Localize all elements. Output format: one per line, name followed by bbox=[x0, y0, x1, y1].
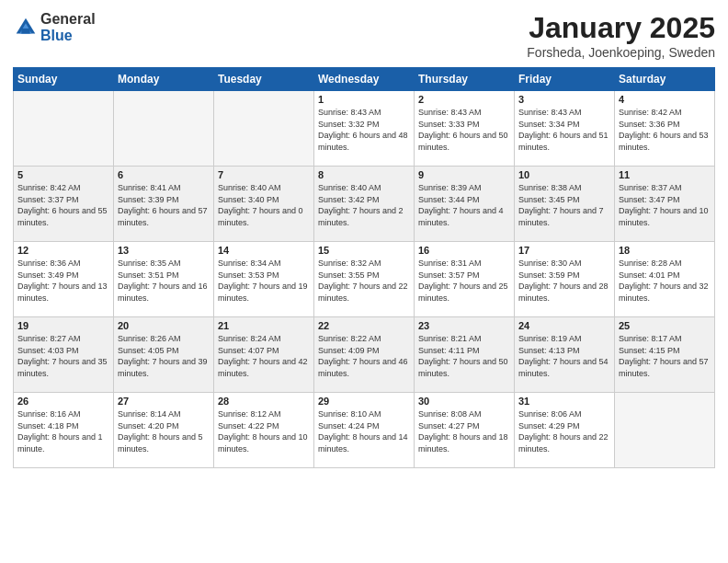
calendar-week-row: 12Sunrise: 8:36 AM Sunset: 3:49 PM Dayli… bbox=[14, 242, 715, 317]
location: Forsheda, Joenkoeping, Sweden bbox=[527, 45, 715, 60]
calendar-cell: 4Sunrise: 8:42 AM Sunset: 3:36 PM Daylig… bbox=[615, 91, 715, 167]
day-info: Sunrise: 8:30 AM Sunset: 3:59 PM Dayligh… bbox=[518, 258, 610, 304]
day-info: Sunrise: 8:43 AM Sunset: 3:34 PM Dayligh… bbox=[518, 107, 610, 153]
day-number: 25 bbox=[619, 320, 711, 331]
day-number: 7 bbox=[218, 169, 310, 180]
day-info: Sunrise: 8:36 AM Sunset: 3:49 PM Dayligh… bbox=[17, 258, 109, 304]
day-info: Sunrise: 8:42 AM Sunset: 3:37 PM Dayligh… bbox=[17, 182, 109, 228]
day-number: 12 bbox=[17, 245, 109, 256]
day-info: Sunrise: 8:16 AM Sunset: 4:18 PM Dayligh… bbox=[17, 408, 109, 454]
day-number: 3 bbox=[518, 94, 610, 105]
day-info: Sunrise: 8:19 AM Sunset: 4:13 PM Dayligh… bbox=[518, 333, 610, 379]
calendar-cell: 13Sunrise: 8:35 AM Sunset: 3:51 PM Dayli… bbox=[114, 242, 214, 317]
calendar-cell: 24Sunrise: 8:19 AM Sunset: 4:13 PM Dayli… bbox=[515, 317, 615, 393]
day-number: 13 bbox=[118, 245, 210, 256]
calendar-cell: 15Sunrise: 8:32 AM Sunset: 3:55 PM Dayli… bbox=[314, 242, 415, 317]
day-number: 5 bbox=[17, 169, 109, 180]
day-number: 24 bbox=[518, 320, 610, 331]
day-number: 22 bbox=[318, 320, 410, 331]
day-number: 19 bbox=[17, 320, 109, 331]
logo-icon bbox=[13, 15, 39, 40]
day-number: 27 bbox=[118, 396, 210, 407]
day-info: Sunrise: 8:39 AM Sunset: 3:44 PM Dayligh… bbox=[418, 182, 510, 228]
day-info: Sunrise: 8:43 AM Sunset: 3:33 PM Dayligh… bbox=[418, 107, 510, 153]
calendar-cell: 5Sunrise: 8:42 AM Sunset: 3:37 PM Daylig… bbox=[14, 167, 114, 242]
day-number: 11 bbox=[619, 169, 711, 180]
day-info: Sunrise: 8:40 AM Sunset: 3:42 PM Dayligh… bbox=[318, 182, 410, 228]
calendar-cell: 6Sunrise: 8:41 AM Sunset: 3:39 PM Daylig… bbox=[114, 167, 214, 242]
day-info: Sunrise: 8:22 AM Sunset: 4:09 PM Dayligh… bbox=[318, 333, 410, 379]
day-info: Sunrise: 8:38 AM Sunset: 3:45 PM Dayligh… bbox=[518, 182, 610, 228]
day-number: 4 bbox=[619, 94, 711, 105]
day-info: Sunrise: 8:40 AM Sunset: 3:40 PM Dayligh… bbox=[218, 182, 310, 228]
day-info: Sunrise: 8:41 AM Sunset: 3:39 PM Dayligh… bbox=[118, 182, 210, 228]
calendar-cell: 9Sunrise: 8:39 AM Sunset: 3:44 PM Daylig… bbox=[415, 167, 515, 242]
day-info: Sunrise: 8:42 AM Sunset: 3:36 PM Dayligh… bbox=[619, 107, 711, 153]
day-number: 29 bbox=[318, 396, 410, 407]
calendar-cell: 3Sunrise: 8:43 AM Sunset: 3:34 PM Daylig… bbox=[515, 91, 615, 167]
calendar-week-row: 1Sunrise: 8:43 AM Sunset: 3:32 PM Daylig… bbox=[14, 91, 715, 167]
calendar-cell: 1Sunrise: 8:43 AM Sunset: 3:32 PM Daylig… bbox=[314, 91, 415, 167]
day-info: Sunrise: 8:06 AM Sunset: 4:29 PM Dayligh… bbox=[518, 408, 610, 454]
calendar-cell: 18Sunrise: 8:28 AM Sunset: 4:01 PM Dayli… bbox=[615, 242, 715, 317]
calendar-cell bbox=[214, 91, 314, 167]
day-info: Sunrise: 8:31 AM Sunset: 3:57 PM Dayligh… bbox=[418, 258, 510, 304]
day-info: Sunrise: 8:27 AM Sunset: 4:03 PM Dayligh… bbox=[17, 333, 109, 379]
day-number: 20 bbox=[118, 320, 210, 331]
page: General Blue January 2025 Forsheda, Joen… bbox=[0, 0, 728, 563]
calendar-header-friday: Friday bbox=[515, 68, 615, 91]
calendar: SundayMondayTuesdayWednesdayThursdayFrid… bbox=[13, 67, 715, 468]
day-info: Sunrise: 8:32 AM Sunset: 3:55 PM Dayligh… bbox=[318, 258, 410, 304]
calendar-cell bbox=[615, 393, 715, 468]
day-number: 18 bbox=[619, 245, 711, 256]
day-number: 6 bbox=[118, 169, 210, 180]
calendar-cell: 11Sunrise: 8:37 AM Sunset: 3:47 PM Dayli… bbox=[615, 167, 715, 242]
calendar-cell: 19Sunrise: 8:27 AM Sunset: 4:03 PM Dayli… bbox=[14, 317, 114, 393]
calendar-cell: 22Sunrise: 8:22 AM Sunset: 4:09 PM Dayli… bbox=[314, 317, 415, 393]
title-area: January 2025 Forsheda, Joenkoeping, Swed… bbox=[527, 11, 715, 60]
day-number: 9 bbox=[418, 169, 510, 180]
day-number: 16 bbox=[418, 245, 510, 256]
calendar-cell: 20Sunrise: 8:26 AM Sunset: 4:05 PM Dayli… bbox=[114, 317, 214, 393]
calendar-cell: 28Sunrise: 8:12 AM Sunset: 4:22 PM Dayli… bbox=[214, 393, 314, 468]
day-info: Sunrise: 8:35 AM Sunset: 3:51 PM Dayligh… bbox=[118, 258, 210, 304]
day-number: 14 bbox=[218, 245, 310, 256]
calendar-header-sunday: Sunday bbox=[14, 68, 114, 91]
day-number: 2 bbox=[418, 94, 510, 105]
calendar-week-row: 5Sunrise: 8:42 AM Sunset: 3:37 PM Daylig… bbox=[14, 167, 715, 242]
calendar-cell: 12Sunrise: 8:36 AM Sunset: 3:49 PM Dayli… bbox=[14, 242, 114, 317]
calendar-week-row: 26Sunrise: 8:16 AM Sunset: 4:18 PM Dayli… bbox=[14, 393, 715, 468]
day-number: 28 bbox=[218, 396, 310, 407]
calendar-cell: 8Sunrise: 8:40 AM Sunset: 3:42 PM Daylig… bbox=[314, 167, 415, 242]
calendar-header-row: SundayMondayTuesdayWednesdayThursdayFrid… bbox=[14, 68, 715, 91]
day-info: Sunrise: 8:34 AM Sunset: 3:53 PM Dayligh… bbox=[218, 258, 310, 304]
day-info: Sunrise: 8:12 AM Sunset: 4:22 PM Dayligh… bbox=[218, 408, 310, 454]
day-info: Sunrise: 8:21 AM Sunset: 4:11 PM Dayligh… bbox=[418, 333, 510, 379]
day-number: 31 bbox=[518, 396, 610, 407]
calendar-header-thursday: Thursday bbox=[415, 68, 515, 91]
calendar-cell bbox=[14, 91, 114, 167]
calendar-cell: 2Sunrise: 8:43 AM Sunset: 3:33 PM Daylig… bbox=[415, 91, 515, 167]
day-number: 30 bbox=[418, 396, 510, 407]
calendar-header-tuesday: Tuesday bbox=[214, 68, 314, 91]
day-info: Sunrise: 8:43 AM Sunset: 3:32 PM Dayligh… bbox=[318, 107, 410, 153]
day-number: 1 bbox=[318, 94, 410, 105]
day-info: Sunrise: 8:37 AM Sunset: 3:47 PM Dayligh… bbox=[619, 182, 711, 228]
calendar-week-row: 19Sunrise: 8:27 AM Sunset: 4:03 PM Dayli… bbox=[14, 317, 715, 393]
calendar-cell: 14Sunrise: 8:34 AM Sunset: 3:53 PM Dayli… bbox=[214, 242, 314, 317]
calendar-cell: 26Sunrise: 8:16 AM Sunset: 4:18 PM Dayli… bbox=[14, 393, 114, 468]
logo-blue-text: Blue bbox=[40, 28, 96, 44]
day-number: 17 bbox=[518, 245, 610, 256]
calendar-cell: 17Sunrise: 8:30 AM Sunset: 3:59 PM Dayli… bbox=[515, 242, 615, 317]
calendar-cell: 21Sunrise: 8:24 AM Sunset: 4:07 PM Dayli… bbox=[214, 317, 314, 393]
day-number: 23 bbox=[418, 320, 510, 331]
calendar-cell: 27Sunrise: 8:14 AM Sunset: 4:20 PM Dayli… bbox=[114, 393, 214, 468]
calendar-cell: 30Sunrise: 8:08 AM Sunset: 4:27 PM Dayli… bbox=[415, 393, 515, 468]
day-info: Sunrise: 8:24 AM Sunset: 4:07 PM Dayligh… bbox=[218, 333, 310, 379]
header: General Blue January 2025 Forsheda, Joen… bbox=[13, 11, 715, 60]
calendar-header-monday: Monday bbox=[114, 68, 214, 91]
day-info: Sunrise: 8:10 AM Sunset: 4:24 PM Dayligh… bbox=[318, 408, 410, 454]
day-info: Sunrise: 8:26 AM Sunset: 4:05 PM Dayligh… bbox=[118, 333, 210, 379]
logo-text: General Blue bbox=[40, 11, 96, 43]
calendar-cell: 16Sunrise: 8:31 AM Sunset: 3:57 PM Dayli… bbox=[415, 242, 515, 317]
